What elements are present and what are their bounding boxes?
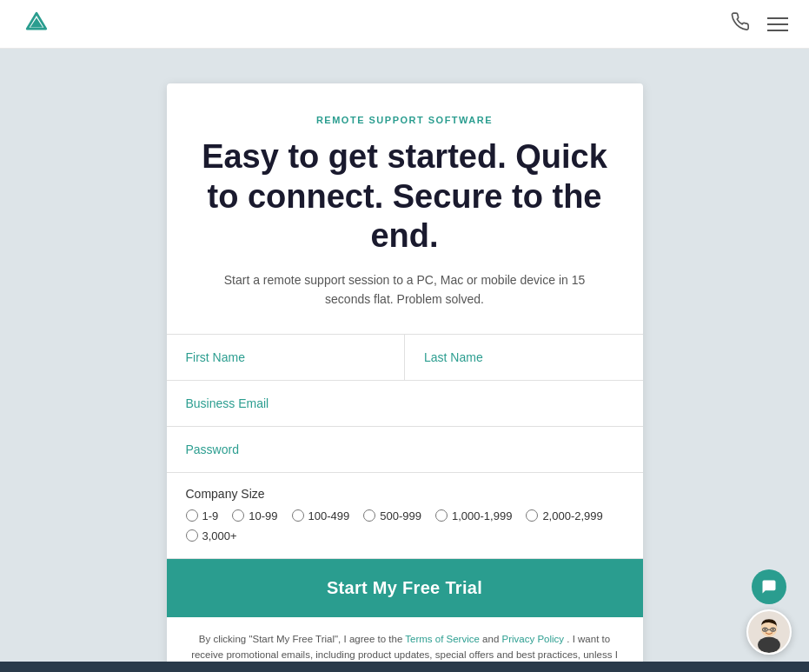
- radio-label-1-9: 1-9: [202, 509, 219, 522]
- name-row: [167, 335, 643, 381]
- radio-label-500-999: 500-999: [380, 509, 421, 522]
- company-size-label: Company Size: [186, 487, 624, 501]
- radio-1000-1999[interactable]: 1,000-1,999: [435, 509, 512, 522]
- first-name-input[interactable]: [167, 335, 406, 380]
- signup-card: REMOTE SUPPORT SOFTWARE Easy to get star…: [167, 83, 643, 672]
- support-avatar[interactable]: [746, 609, 792, 655]
- svg-point-2: [758, 637, 780, 653]
- card-header: REMOTE SUPPORT SOFTWARE Easy to get star…: [167, 83, 643, 335]
- start-trial-button[interactable]: Start My Free Trial: [167, 559, 643, 617]
- radio-1-9[interactable]: 1-9: [186, 509, 219, 522]
- section-label: REMOTE SUPPORT SOFTWARE: [202, 115, 608, 125]
- svg-point-7: [764, 629, 766, 630]
- tos-link[interactable]: Terms of Service: [405, 634, 480, 644]
- radio-label-10-99: 10-99: [249, 509, 277, 522]
- radio-2000-2999[interactable]: 2,000-2,999: [526, 509, 602, 522]
- radio-input-500-999[interactable]: [363, 509, 375, 522]
- chat-bubble-button[interactable]: [752, 569, 786, 604]
- radio-input-3000plus[interactable]: [186, 529, 198, 542]
- subtext: Start a remote support session to a PC, …: [214, 270, 596, 309]
- password-input[interactable]: [167, 427, 643, 473]
- privacy-policy-link[interactable]: Privacy Policy: [502, 634, 565, 644]
- headline: Easy to get started. Quick to connect. S…: [202, 137, 608, 256]
- radio-label-1000-1999: 1,000-1,999: [452, 509, 512, 522]
- footer-bar: [0, 662, 809, 672]
- legal-and: and: [482, 634, 501, 644]
- radio-input-2000-2999[interactable]: [526, 509, 538, 522]
- last-name-input[interactable]: [405, 335, 643, 380]
- header-actions: [731, 12, 788, 36]
- radio-500-999[interactable]: 500-999: [363, 509, 421, 522]
- chat-widget: [746, 569, 792, 655]
- radio-input-1000-1999[interactable]: [435, 509, 448, 522]
- phone-icon[interactable]: [731, 12, 750, 36]
- menu-line-1: [767, 17, 788, 19]
- main-content: REMOTE SUPPORT SOFTWARE Easy to get star…: [0, 49, 809, 672]
- email-input[interactable]: [167, 381, 643, 427]
- radio-3000plus[interactable]: 3,000+: [186, 529, 237, 542]
- menu-line-2: [767, 23, 788, 25]
- menu-icon[interactable]: [767, 17, 788, 31]
- logo[interactable]: [21, 7, 52, 42]
- radio-10-99[interactable]: 10-99: [232, 509, 277, 522]
- radio-label-2000-2999: 2,000-2,999: [542, 509, 602, 522]
- company-size-section: Company Size 1-9 10-99 100-499: [167, 473, 643, 559]
- avatar-image: [748, 609, 790, 655]
- radio-100-499[interactable]: 100-499: [292, 509, 350, 522]
- header: [0, 0, 809, 49]
- menu-line-3: [767, 30, 788, 31]
- legal-text-before: By clicking "Start My Free Trial", I agr…: [199, 634, 405, 644]
- radio-label-3000plus: 3,000+: [202, 529, 237, 542]
- radio-input-100-499[interactable]: [292, 509, 304, 522]
- radio-input-10-99[interactable]: [232, 509, 244, 522]
- signup-form: Company Size 1-9 10-99 100-499: [167, 335, 643, 672]
- svg-point-8: [773, 629, 774, 630]
- chat-icon: [760, 578, 778, 595]
- radio-label-100-499: 100-499: [308, 509, 350, 522]
- company-size-radio-group: 1-9 10-99 100-499 500-999: [186, 509, 624, 542]
- radio-input-1-9[interactable]: [186, 509, 198, 522]
